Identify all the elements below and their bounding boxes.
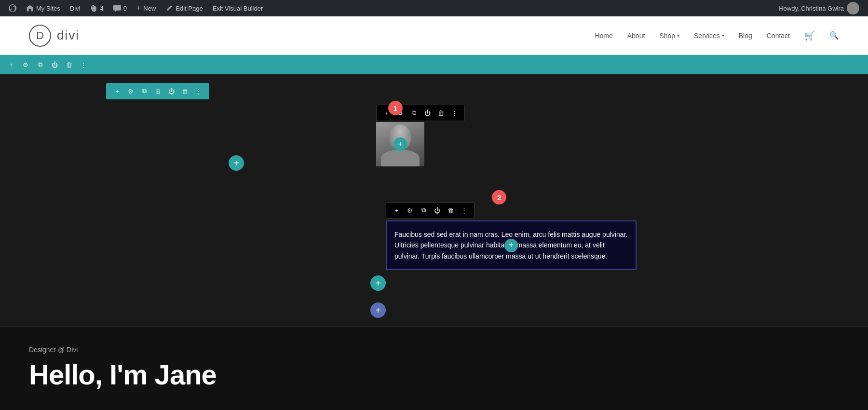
nav-shop-label: Shop	[659, 32, 675, 40]
exit-vb-btn[interactable]: Exit Visual Builder	[208, 0, 268, 16]
nav-blog-label: Blog	[739, 32, 752, 40]
pencil-icon	[165, 4, 173, 12]
nav-contact-label: Contact	[767, 32, 790, 40]
updates-btn[interactable]: 4	[85, 0, 108, 16]
row-add-btn[interactable]: +	[112, 86, 122, 96]
image-more-btn[interactable]: ⋮	[449, 108, 460, 118]
row-more-btn[interactable]: ⋮	[193, 86, 203, 96]
section-add-btn[interactable]: +	[6, 59, 16, 70]
home-icon	[26, 4, 34, 12]
bottom-section: Designer @ Divi Hello, I'm Jane	[0, 326, 868, 410]
comments-icon	[113, 4, 121, 12]
designer-label: Designer @ Divi	[29, 346, 839, 354]
nav-about[interactable]: About	[627, 32, 645, 40]
column-add-btn[interactable]: +	[229, 155, 244, 171]
text-toolbar: + ⚙ ⧉ ⏻ 🗑 ⋮	[386, 202, 475, 219]
main-content: + ⚙ ⧉ ⏻ 🗑 ⋮ + ⚙ ⧉ ⊞ ⏻ 🗑 ⋮ + 1 + ⚙ ⧉ ⏻ 🗑 …	[0, 55, 868, 410]
search-icon[interactable]: 🔍	[829, 31, 839, 40]
user-name: Howdy, Christina Gwira	[779, 5, 844, 12]
edit-page-btn[interactable]: Edit Page	[161, 0, 207, 16]
row-delete-btn[interactable]: 🗑	[179, 86, 190, 96]
nav-home[interactable]: Home	[595, 32, 612, 40]
text-toggle-btn[interactable]: ⏻	[432, 205, 442, 216]
content-plus-2[interactable]: +	[370, 302, 386, 318]
text-settings-btn[interactable]: ⚙	[405, 205, 415, 216]
logo-circle: D	[29, 25, 51, 47]
section-duplicate-btn[interactable]: ⧉	[35, 59, 45, 70]
page-heading: Hello, I'm Jane	[29, 358, 839, 391]
badge-1: 1	[388, 101, 403, 115]
nav-shop[interactable]: Shop ▾	[659, 32, 679, 40]
row-duplicate-btn[interactable]: ⧉	[139, 86, 149, 96]
services-chevron-icon: ▾	[722, 33, 724, 38]
text-duplicate-btn[interactable]: ⧉	[418, 205, 429, 216]
exit-vb-label: Exit Visual Builder	[213, 5, 263, 12]
nav-blog[interactable]: Blog	[739, 32, 752, 40]
badge-2: 2	[492, 190, 506, 205]
site-nav: Home About Shop ▾ Services ▾ Blog Contac…	[595, 30, 839, 41]
text-add-btn[interactable]: +	[391, 205, 402, 216]
nav-services[interactable]: Services ▾	[694, 32, 724, 40]
my-sites-btn[interactable]: My Sites	[21, 0, 65, 16]
wordpress-icon	[9, 4, 16, 12]
new-btn[interactable]: + New	[132, 0, 161, 16]
image-module: +	[376, 122, 424, 166]
row-toolbar: + ⚙ ⧉ ⊞ ⏻ 🗑 ⋮	[106, 83, 209, 99]
avatar	[847, 2, 859, 14]
cart-icon[interactable]: 🛒	[804, 30, 815, 41]
updates-count: 4	[100, 5, 104, 12]
logo-letter: D	[36, 29, 44, 42]
text-center-add-btn[interactable]: +	[504, 239, 518, 252]
text-module: Faucibus sed sed erat in nam cras. Leo e…	[386, 220, 637, 270]
divi-label: Divi	[70, 5, 81, 12]
edit-page-label: Edit Page	[176, 5, 203, 12]
wp-logo-btn[interactable]	[4, 0, 21, 16]
row-settings-btn[interactable]: ⚙	[125, 86, 136, 96]
text-delete-btn[interactable]: 🗑	[445, 205, 456, 216]
site-header: D divi Home About Shop ▾ Services ▾ Blog…	[0, 16, 868, 55]
shop-chevron-icon: ▾	[677, 33, 679, 38]
image-delete-btn[interactable]: 🗑	[435, 108, 446, 118]
section-settings-btn[interactable]: ⚙	[20, 59, 31, 70]
section-toolbar: + ⚙ ⧉ ⏻ 🗑 ⋮	[0, 55, 868, 74]
my-sites-label: My Sites	[36, 5, 60, 12]
row-toolbar-container: + ⚙ ⧉ ⊞ ⏻ 🗑 ⋮	[106, 83, 209, 99]
row-columns-btn[interactable]: ⊞	[152, 86, 163, 96]
image-toggle-btn[interactable]: ⏻	[422, 108, 433, 118]
comments-btn[interactable]: 0	[108, 0, 132, 16]
nav-home-label: Home	[595, 32, 612, 40]
row-toggle-btn[interactable]: ⏻	[166, 86, 176, 96]
section-delete-btn[interactable]: 🗑	[64, 59, 74, 70]
text-more-btn[interactable]: ⋮	[459, 205, 469, 216]
text-module-container: + ⚙ ⧉ ⏻ 🗑 ⋮ Faucibus sed sed erat in nam…	[386, 202, 641, 270]
section-more-btn[interactable]: ⋮	[78, 59, 89, 70]
nav-contact[interactable]: Contact	[767, 32, 790, 40]
section-toggle-btn[interactable]: ⏻	[49, 59, 60, 70]
new-label: New	[143, 5, 156, 12]
text-toolbar-wrap: + ⚙ ⧉ ⏻ 🗑 ⋮	[386, 202, 641, 219]
content-plus-1[interactable]: +	[370, 275, 386, 291]
divi-btn[interactable]: Divi	[65, 0, 85, 16]
nav-about-label: About	[627, 32, 645, 40]
admin-bar: My Sites Divi 4 0 + New Edit Page Exit V…	[0, 0, 868, 16]
user-info: Howdy, Christina Gwira	[779, 2, 864, 14]
image-duplicate-btn[interactable]: ⧉	[408, 108, 419, 118]
refresh-icon	[90, 4, 98, 12]
site-logo: D divi	[29, 25, 80, 47]
image-module-container: + ⚙ ⧉ ⏻ 🗑 ⋮ +	[376, 105, 465, 166]
logo-text: divi	[57, 28, 80, 43]
comments-count: 0	[123, 5, 127, 12]
nav-services-label: Services	[694, 32, 720, 40]
image-center-add-btn[interactable]: +	[393, 137, 407, 151]
